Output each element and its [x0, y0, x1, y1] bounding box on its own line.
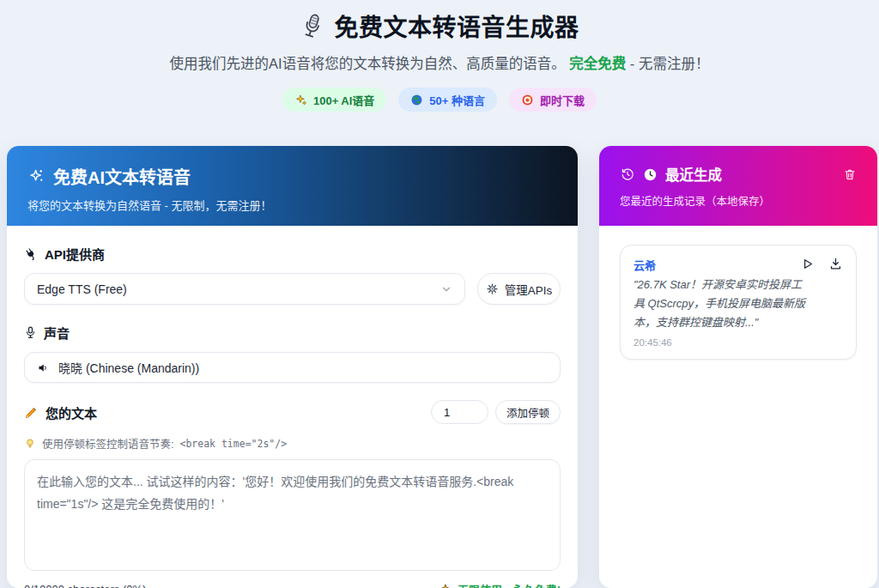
sparkles-icon: [440, 583, 452, 588]
badge-voices: 100+ AI语音: [282, 88, 386, 112]
voice-label-text: 声音: [44, 324, 70, 342]
generator-footer: 0/10000 characters (0%) 无限使用 - 永久免费!: [24, 581, 561, 588]
lightbulb-icon: [24, 438, 36, 450]
badge-voices-label: 100+ AI语音: [313, 92, 374, 108]
sparkles-icon: [294, 94, 307, 106]
badge-row: 100+ AI语音 50+ 种语言: [0, 88, 879, 112]
add-pause-label: 添加停顿: [506, 404, 549, 421]
history-voice-name: 云希: [633, 257, 656, 273]
page-header: 免费文本转语音生成器 使用我们先进的AI语音将您的文本转换为自然、高质量的语音。…: [0, 0, 879, 112]
voice-value: 晓晓 (Chinese (Mandarin)): [58, 359, 548, 376]
voice-label: 声音: [24, 324, 561, 342]
download-icon: [828, 257, 843, 271]
recent-subtitle: 您最近的生成记录（本地保存）: [620, 192, 857, 209]
history-item-text: "26.7K Star！开源安卓实时投屏工具 QtScrcpy，手机投屏电脑最新…: [633, 276, 809, 332]
generator-subtitle: 将您的文本转换为自然语音 - 无限制，无需注册！: [27, 197, 557, 213]
clock-icon: [643, 167, 658, 182]
text-section-row: 您的文本 添加停顿: [24, 400, 561, 424]
pause-tip: 使用停顿标签控制语音节奏: <break time="2s"/>: [24, 435, 561, 452]
speaker-icon: [37, 361, 50, 374]
badge-download-label: 即时下载: [540, 92, 585, 108]
play-button[interactable]: [800, 257, 815, 271]
generator-title-text: 免费AI文本转语音: [53, 164, 191, 189]
text-input-area[interactable]: [24, 459, 561, 571]
your-text-label: 您的文本: [24, 403, 97, 421]
api-provider-value: Edge TTS (Free): [37, 282, 432, 296]
history-item-time: 20:45:46: [633, 337, 843, 348]
download-button[interactable]: [828, 257, 843, 271]
subtitle-tail: - 无需注册！: [626, 56, 709, 71]
api-provider-label: API提供商: [24, 245, 561, 263]
trash-icon: [843, 167, 857, 181]
page-title-text: 免费文本转语音生成器: [334, 9, 579, 43]
unlimited-label: 无限使用 - 永久免费!: [458, 581, 561, 588]
pause-tip-text: 使用停顿标签控制语音节奏:: [42, 435, 173, 452]
recent-body: 云希: [599, 226, 877, 360]
recent-title-text: 最近生成: [665, 164, 722, 185]
badge-languages: 50+ 种语言: [398, 88, 497, 112]
microphone-icon: [300, 13, 325, 39]
pause-tip-code: <break time="2s"/>: [179, 438, 287, 450]
clear-history-button[interactable]: [843, 167, 857, 181]
voice-select[interactable]: 晓晓 (Chinese (Mandarin)): [24, 352, 561, 383]
chevron-down-icon: [440, 283, 452, 295]
recent-title: 最近生成: [620, 164, 722, 185]
unlimited-badge: 无限使用 - 永久免费!: [440, 581, 561, 588]
target-icon: [521, 94, 534, 106]
recent-generations-card: 最近生成 您最近的生成记录（本地保存） 云希: [599, 146, 877, 588]
badge-download: 即时下载: [509, 88, 597, 112]
your-text-label-text: 您的文本: [45, 403, 97, 421]
plug-icon: [24, 247, 38, 261]
subtitle-highlight: 完全免费: [569, 56, 626, 71]
play-icon: [800, 257, 815, 271]
recent-header: 最近生成 您最近的生成记录（本地保存）: [599, 146, 877, 226]
page-subtitle: 使用我们先进的AI语音将您的文本转换为自然、高质量的语音。 完全免费 - 无需注…: [0, 52, 879, 73]
tts-generator-card: 免费AI文本转语音 将您的文本转换为自然语音 - 无限制，无需注册！ API提供…: [7, 146, 578, 588]
manage-apis-button[interactable]: 管理APIs: [477, 273, 561, 305]
globe-icon: [410, 94, 423, 106]
sparkle-icon: [27, 167, 45, 185]
gear-icon: [486, 282, 499, 295]
writing-hand-icon: [24, 405, 39, 420]
api-provider-row: Edge TTS (Free) 管理APIs: [24, 273, 561, 305]
api-provider-label-text: API提供商: [45, 245, 105, 263]
pause-seconds-input[interactable]: [431, 400, 488, 424]
history-clock-icon: [620, 167, 635, 182]
subtitle-text: 使用我们先进的AI语音将您的文本转换为自然、高质量的语音。: [170, 56, 570, 71]
generator-header: 免费AI文本转语音 将您的文本转换为自然语音 - 无限制，无需注册！: [7, 146, 578, 226]
generator-body: API提供商 Edge TTS (Free) 管理APIs: [7, 226, 578, 588]
microphone-small-icon: [24, 326, 37, 339]
manage-apis-label: 管理APIs: [505, 281, 553, 298]
generator-title: 免费AI文本转语音: [27, 164, 557, 189]
history-item[interactable]: 云希: [620, 245, 857, 360]
add-pause-button[interactable]: 添加停顿: [495, 400, 561, 424]
api-provider-select[interactable]: Edge TTS (Free): [24, 273, 465, 305]
badge-languages-label: 50+ 种语言: [429, 92, 485, 108]
page-title: 免费文本转语音生成器: [0, 9, 879, 43]
char-counter: 0/10000 characters (0%): [24, 583, 146, 588]
